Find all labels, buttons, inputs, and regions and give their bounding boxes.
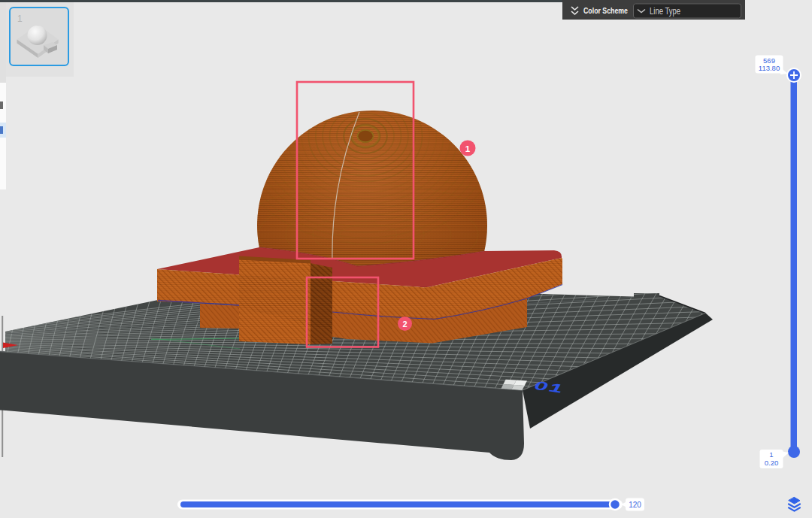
svg-text:120: 120 (629, 501, 641, 509)
svg-text:1: 1 (17, 14, 23, 24)
svg-text:Color Scheme: Color Scheme (583, 6, 628, 15)
svg-text:Line Type: Line Type (650, 6, 680, 17)
svg-text:0.20: 0.20 (765, 459, 779, 467)
svg-text:569: 569 (763, 56, 775, 65)
svg-text:113.80: 113.80 (759, 64, 780, 72)
svg-text:1: 1 (465, 144, 471, 153)
svg-text:1: 1 (769, 450, 773, 459)
svg-text:2: 2 (402, 320, 407, 329)
